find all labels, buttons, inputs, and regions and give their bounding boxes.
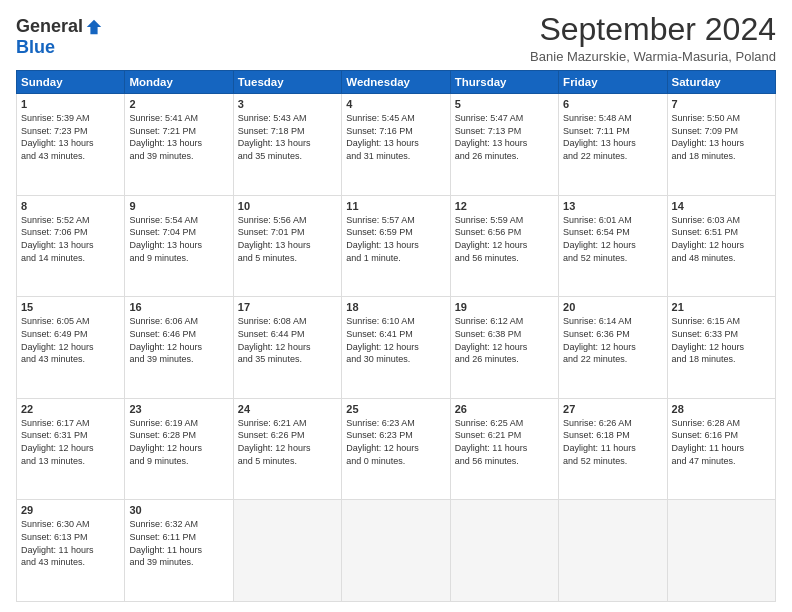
- table-cell: 20Sunrise: 6:14 AMSunset: 6:36 PMDayligh…: [559, 297, 667, 399]
- cell-details: Sunrise: 5:45 AMSunset: 7:16 PMDaylight:…: [346, 112, 445, 162]
- cell-details: Sunrise: 5:47 AMSunset: 7:13 PMDaylight:…: [455, 112, 554, 162]
- table-cell: 15Sunrise: 6:05 AMSunset: 6:49 PMDayligh…: [17, 297, 125, 399]
- title-block: September 2024 Banie Mazurskie, Warmia-M…: [530, 12, 776, 64]
- cell-details: Sunrise: 6:28 AMSunset: 6:16 PMDaylight:…: [672, 417, 771, 467]
- table-cell: [342, 500, 450, 602]
- day-number: 9: [129, 200, 228, 212]
- cell-details: Sunrise: 6:01 AMSunset: 6:54 PMDaylight:…: [563, 214, 662, 264]
- cell-details: Sunrise: 5:56 AMSunset: 7:01 PMDaylight:…: [238, 214, 337, 264]
- logo-general-text: General: [16, 16, 83, 37]
- day-number: 17: [238, 301, 337, 313]
- table-cell: 28Sunrise: 6:28 AMSunset: 6:16 PMDayligh…: [667, 398, 775, 500]
- logo-icon: [85, 18, 103, 36]
- cell-details: Sunrise: 5:57 AMSunset: 6:59 PMDaylight:…: [346, 214, 445, 264]
- day-number: 30: [129, 504, 228, 516]
- day-number: 29: [21, 504, 120, 516]
- location-title: Banie Mazurskie, Warmia-Masuria, Poland: [530, 49, 776, 64]
- day-number: 18: [346, 301, 445, 313]
- calendar-week-4: 22Sunrise: 6:17 AMSunset: 6:31 PMDayligh…: [17, 398, 776, 500]
- table-cell: 6Sunrise: 5:48 AMSunset: 7:11 PMDaylight…: [559, 94, 667, 196]
- day-number: 28: [672, 403, 771, 415]
- cell-details: Sunrise: 6:06 AMSunset: 6:46 PMDaylight:…: [129, 315, 228, 365]
- svg-marker-0: [87, 19, 101, 33]
- table-cell: 14Sunrise: 6:03 AMSunset: 6:51 PMDayligh…: [667, 195, 775, 297]
- col-monday: Monday: [125, 71, 233, 94]
- table-cell: 13Sunrise: 6:01 AMSunset: 6:54 PMDayligh…: [559, 195, 667, 297]
- table-cell: 7Sunrise: 5:50 AMSunset: 7:09 PMDaylight…: [667, 94, 775, 196]
- table-cell: 22Sunrise: 6:17 AMSunset: 6:31 PMDayligh…: [17, 398, 125, 500]
- logo-blue-text: Blue: [16, 37, 55, 58]
- col-sunday: Sunday: [17, 71, 125, 94]
- day-number: 10: [238, 200, 337, 212]
- cell-details: Sunrise: 6:32 AMSunset: 6:11 PMDaylight:…: [129, 518, 228, 568]
- day-number: 15: [21, 301, 120, 313]
- logo: General Blue: [16, 12, 103, 58]
- cell-details: Sunrise: 5:59 AMSunset: 6:56 PMDaylight:…: [455, 214, 554, 264]
- day-number: 1: [21, 98, 120, 110]
- day-number: 12: [455, 200, 554, 212]
- table-cell: 9Sunrise: 5:54 AMSunset: 7:04 PMDaylight…: [125, 195, 233, 297]
- table-cell: 30Sunrise: 6:32 AMSunset: 6:11 PMDayligh…: [125, 500, 233, 602]
- day-number: 2: [129, 98, 228, 110]
- calendar-table: Sunday Monday Tuesday Wednesday Thursday…: [16, 70, 776, 602]
- col-friday: Friday: [559, 71, 667, 94]
- table-cell: 1Sunrise: 5:39 AMSunset: 7:23 PMDaylight…: [17, 94, 125, 196]
- cell-details: Sunrise: 6:03 AMSunset: 6:51 PMDaylight:…: [672, 214, 771, 264]
- cell-details: Sunrise: 6:14 AMSunset: 6:36 PMDaylight:…: [563, 315, 662, 365]
- cell-details: Sunrise: 6:15 AMSunset: 6:33 PMDaylight:…: [672, 315, 771, 365]
- cell-details: Sunrise: 5:39 AMSunset: 7:23 PMDaylight:…: [21, 112, 120, 162]
- table-cell: 17Sunrise: 6:08 AMSunset: 6:44 PMDayligh…: [233, 297, 341, 399]
- cell-details: Sunrise: 6:17 AMSunset: 6:31 PMDaylight:…: [21, 417, 120, 467]
- table-cell: [233, 500, 341, 602]
- day-number: 22: [21, 403, 120, 415]
- cell-details: Sunrise: 6:08 AMSunset: 6:44 PMDaylight:…: [238, 315, 337, 365]
- table-cell: 18Sunrise: 6:10 AMSunset: 6:41 PMDayligh…: [342, 297, 450, 399]
- cell-details: Sunrise: 6:25 AMSunset: 6:21 PMDaylight:…: [455, 417, 554, 467]
- month-title: September 2024: [530, 12, 776, 47]
- table-cell: 12Sunrise: 5:59 AMSunset: 6:56 PMDayligh…: [450, 195, 558, 297]
- cell-details: Sunrise: 6:19 AMSunset: 6:28 PMDaylight:…: [129, 417, 228, 467]
- day-number: 27: [563, 403, 662, 415]
- day-number: 8: [21, 200, 120, 212]
- day-number: 24: [238, 403, 337, 415]
- day-number: 5: [455, 98, 554, 110]
- table-cell: [450, 500, 558, 602]
- table-cell: 27Sunrise: 6:26 AMSunset: 6:18 PMDayligh…: [559, 398, 667, 500]
- cell-details: Sunrise: 6:05 AMSunset: 6:49 PMDaylight:…: [21, 315, 120, 365]
- day-number: 14: [672, 200, 771, 212]
- cell-details: Sunrise: 5:54 AMSunset: 7:04 PMDaylight:…: [129, 214, 228, 264]
- table-cell: 11Sunrise: 5:57 AMSunset: 6:59 PMDayligh…: [342, 195, 450, 297]
- table-cell: [667, 500, 775, 602]
- cell-details: Sunrise: 5:48 AMSunset: 7:11 PMDaylight:…: [563, 112, 662, 162]
- calendar-week-5: 29Sunrise: 6:30 AMSunset: 6:13 PMDayligh…: [17, 500, 776, 602]
- table-cell: 23Sunrise: 6:19 AMSunset: 6:28 PMDayligh…: [125, 398, 233, 500]
- calendar-header-row: Sunday Monday Tuesday Wednesday Thursday…: [17, 71, 776, 94]
- day-number: 4: [346, 98, 445, 110]
- table-cell: 25Sunrise: 6:23 AMSunset: 6:23 PMDayligh…: [342, 398, 450, 500]
- cell-details: Sunrise: 5:50 AMSunset: 7:09 PMDaylight:…: [672, 112, 771, 162]
- day-number: 21: [672, 301, 771, 313]
- table-cell: 24Sunrise: 6:21 AMSunset: 6:26 PMDayligh…: [233, 398, 341, 500]
- col-tuesday: Tuesday: [233, 71, 341, 94]
- day-number: 23: [129, 403, 228, 415]
- day-number: 13: [563, 200, 662, 212]
- day-number: 26: [455, 403, 554, 415]
- cell-details: Sunrise: 5:41 AMSunset: 7:21 PMDaylight:…: [129, 112, 228, 162]
- day-number: 25: [346, 403, 445, 415]
- cell-details: Sunrise: 6:23 AMSunset: 6:23 PMDaylight:…: [346, 417, 445, 467]
- table-cell: 10Sunrise: 5:56 AMSunset: 7:01 PMDayligh…: [233, 195, 341, 297]
- day-number: 19: [455, 301, 554, 313]
- col-thursday: Thursday: [450, 71, 558, 94]
- table-cell: [559, 500, 667, 602]
- header: General Blue September 2024 Banie Mazurs…: [16, 12, 776, 64]
- calendar-week-3: 15Sunrise: 6:05 AMSunset: 6:49 PMDayligh…: [17, 297, 776, 399]
- table-cell: 4Sunrise: 5:45 AMSunset: 7:16 PMDaylight…: [342, 94, 450, 196]
- col-saturday: Saturday: [667, 71, 775, 94]
- cell-details: Sunrise: 5:52 AMSunset: 7:06 PMDaylight:…: [21, 214, 120, 264]
- cell-details: Sunrise: 6:26 AMSunset: 6:18 PMDaylight:…: [563, 417, 662, 467]
- day-number: 20: [563, 301, 662, 313]
- calendar-week-1: 1Sunrise: 5:39 AMSunset: 7:23 PMDaylight…: [17, 94, 776, 196]
- day-number: 3: [238, 98, 337, 110]
- table-cell: 19Sunrise: 6:12 AMSunset: 6:38 PMDayligh…: [450, 297, 558, 399]
- table-cell: 8Sunrise: 5:52 AMSunset: 7:06 PMDaylight…: [17, 195, 125, 297]
